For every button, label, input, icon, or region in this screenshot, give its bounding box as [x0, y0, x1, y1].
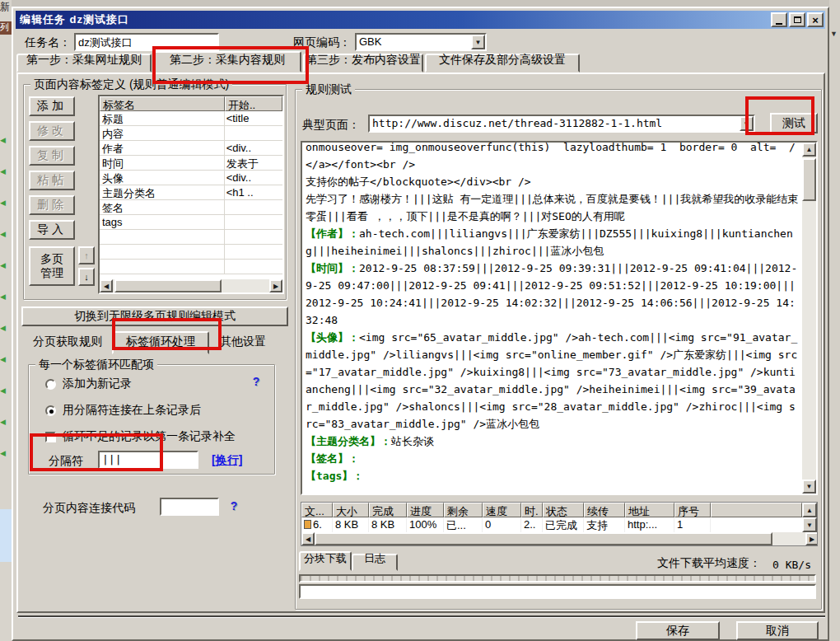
tag-table-hscrollbar[interactable]: ◀ ▶ — [100, 279, 282, 292]
tag-button-1[interactable]: 添加 — [29, 96, 75, 116]
step-tab-3[interactable]: 第三步：发布内容设置 — [303, 54, 423, 73]
test-button[interactable]: 测试 — [770, 113, 818, 133]
help-icon[interactable]: ? — [250, 375, 263, 388]
task-name-input[interactable]: dz测试接口 — [74, 33, 219, 51]
radio-icon-selected[interactable] — [45, 405, 56, 416]
table-row[interactable]: 标题<title — [100, 111, 282, 126]
tab-page: 页面内容标签定义 (规则普通编辑模式) 添加修改复制粘帖删除导入 多页管理 ↑ … — [16, 73, 825, 613]
loop-match-group-title: 每一个标签循环匹配项 — [35, 358, 157, 372]
table-row[interactable]: 签名 — [100, 200, 282, 215]
tab-log[interactable]: 日志 — [352, 554, 398, 571]
scroll-right-icon[interactable]: ▶ — [805, 532, 818, 545]
chevron-down-icon[interactable]: ▼ — [471, 35, 485, 49]
download-col-header[interactable]: 状态 — [543, 503, 584, 517]
separator-input[interactable]: ||| — [98, 451, 198, 469]
checkbox-fill-first[interactable]: 循环不足的记录以第一条记录补全 — [45, 429, 236, 444]
table-row[interactable]: 主题分类名<h1 .. — [100, 185, 282, 200]
table-row[interactable] — [100, 245, 282, 260]
radio-icon[interactable] — [45, 379, 56, 390]
table-row[interactable]: 头像<div.. — [100, 171, 282, 185]
download-col-header[interactable]: 大小 — [333, 503, 369, 517]
download-col-header[interactable]: 文... — [301, 503, 333, 517]
result-line: 先学习了！感谢楼方！|||这贴 有一定道理|||总体来说，百度就是要钱！|||我… — [306, 190, 799, 225]
scroll-down-icon[interactable]: ▼ — [802, 517, 817, 532]
download-table: 文...大小完成进度剩余速度时.状态续传地址序号 6.8 KB8 KB100%已… — [301, 502, 818, 546]
move-up-button[interactable]: ↑ — [78, 246, 95, 264]
page-join-input[interactable] — [160, 498, 219, 516]
download-cell: 已完成 — [543, 517, 584, 532]
scrollbar-thumb[interactable] — [315, 532, 772, 545]
scroll-left-icon[interactable]: ◀ — [100, 279, 113, 292]
maximize-button[interactable] — [789, 12, 805, 27]
typical-page-combo[interactable]: http://www.discuz.net/thread-3112882-1-1… — [368, 115, 755, 133]
table-row[interactable]: tags — [100, 215, 282, 230]
table-row[interactable] — [100, 230, 282, 245]
radio-new-record[interactable]: 添加为新记录 — [45, 377, 132, 391]
multipage-manage-button[interactable]: 多页管理 — [29, 246, 75, 286]
tag-button-6[interactable]: 导入 — [29, 220, 75, 240]
scroll-up-icon[interactable]: ▲ — [802, 143, 816, 157]
step-tab-1[interactable]: 第一步：采集网址规则 — [16, 54, 152, 73]
download-progress-bar — [299, 584, 816, 599]
result-field-label: 【作者】： — [306, 227, 359, 240]
scroll-down-icon[interactable]: ▼ — [802, 480, 816, 494]
table-row[interactable]: 作者<div.. — [100, 141, 282, 156]
checkbox-icon[interactable] — [45, 432, 56, 442]
subtab-paging-rule[interactable]: 分页获取规则 — [23, 335, 112, 354]
download-col-header[interactable]: 进度 — [407, 503, 444, 517]
download-cell: 1 — [674, 517, 711, 532]
tag-start-cell: <title — [224, 111, 282, 125]
table-row[interactable] — [100, 260, 282, 274]
download-col-header[interactable]: 速度 — [483, 503, 521, 517]
download-col-header[interactable]: 序号 — [674, 503, 711, 517]
tag-name-cell: 签名 — [100, 200, 224, 214]
move-down-button[interactable]: ↓ — [78, 268, 95, 286]
download-col-header[interactable]: 完成 — [369, 503, 407, 517]
title-bar[interactable]: 编辑任务 dz测试接口 × — [16, 11, 825, 29]
tag-name-cell — [100, 245, 224, 259]
download-table-vscrollbar[interactable]: ▲ ▼ — [802, 503, 817, 532]
tag-start-cell: <h1 .. — [224, 185, 282, 199]
table-row[interactable]: 内容 — [100, 126, 282, 141]
subtab-loop-process[interactable]: 标签循环处理 — [112, 331, 209, 354]
download-cell: 6. — [301, 517, 333, 532]
newline-link[interactable]: [换行] — [212, 453, 242, 468]
download-col-header[interactable]: 时. — [521, 503, 543, 517]
tag-name-cell: 时间 — [100, 156, 224, 170]
save-button[interactable]: 保存 — [636, 621, 720, 640]
scroll-up-icon[interactable]: ▲ — [802, 503, 817, 517]
scroll-left-icon[interactable]: ◀ — [301, 532, 315, 545]
switch-mode-button[interactable]: 切换到无限级多页规则编辑模式 — [21, 306, 288, 326]
step-tab-2[interactable]: 第二步：采集内容规则 — [153, 51, 301, 73]
minimize-button[interactable] — [771, 12, 787, 27]
download-col-header[interactable]: 续传 — [584, 503, 625, 517]
tag-table-header-name[interactable]: 标签名 — [100, 96, 225, 111]
step-tab-4[interactable]: 文件保存及部分高级设置 — [425, 54, 580, 73]
test-result-area[interactable]: onmouseover= img_onmouseoverfunc(this) l… — [301, 141, 818, 495]
chevron-down-icon: ▼ — [830, 30, 838, 38]
arrow-down-icon: ↓ — [84, 272, 89, 282]
scrollbar-thumb[interactable] — [802, 158, 816, 201]
encoding-select[interactable]: GBK ▼ — [355, 33, 487, 51]
help-icon[interactable]: ? — [227, 499, 240, 512]
cancel-button[interactable]: 取消 — [736, 621, 819, 640]
download-cell: 0 — [483, 517, 521, 532]
download-col-header[interactable]: 地址 — [625, 503, 674, 517]
encoding-label: 网页编码： — [293, 35, 351, 50]
download-col-header[interactable]: 剩余 — [444, 503, 483, 517]
typical-page-url: http://www.discuz.net/thread-3112882-1-1… — [372, 117, 662, 129]
result-vscrollbar[interactable]: ▲ ▼ — [802, 143, 816, 494]
table-row[interactable]: 6.8 KB8 KB100%已...02..已完成支持http:...1 — [301, 517, 802, 532]
tag-define-group: 页面内容标签定义 (规则普通编辑模式) 添加修改复制粘帖删除导入 多页管理 ↑ … — [23, 84, 287, 300]
arrow-up-icon: ↑ — [84, 250, 89, 260]
scroll-right-icon[interactable]: ▶ — [269, 279, 282, 292]
download-table-hscrollbar[interactable]: ◀ ▶ — [301, 532, 818, 545]
tag-table-header-start[interactable]: 开始.. — [225, 96, 282, 111]
close-button[interactable]: × — [807, 12, 824, 27]
table-row[interactable]: 时间发表于 — [100, 156, 282, 171]
tab-chunk-download[interactable]: 分块下载 — [299, 551, 352, 571]
chevron-down-icon[interactable]: ▼ — [740, 116, 754, 131]
radio-join-separator[interactable]: 用分隔符连接在上条记录后 — [45, 403, 201, 418]
subtab-other-settings[interactable]: 其他设置 — [209, 335, 277, 354]
scrollbar-thumb[interactable] — [114, 279, 222, 292]
